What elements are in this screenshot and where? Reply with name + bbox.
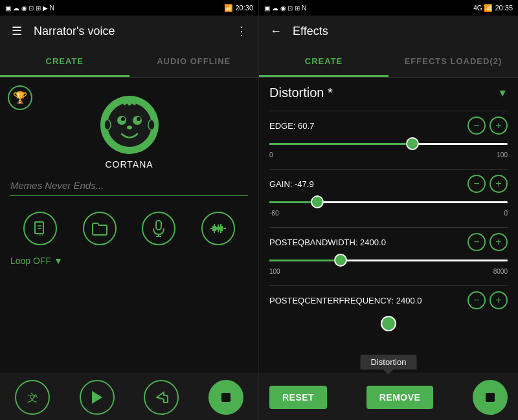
translate-button[interactable]: 文 A: [15, 380, 50, 415]
mic-button[interactable]: [142, 212, 175, 245]
left-panel: ▣ ☁ ◉ ⊡ ⊞ ▶ N 📶 20:30 ☰ Narrator's voice…: [0, 0, 259, 420]
avatar-name: CORTANA: [105, 159, 153, 170]
frequency-label-row: POSTEQCENTERFREQUENCY: 2400.0 − +: [269, 291, 508, 309]
tab-bar-left: CREATE AUDIO OFFLINE: [0, 47, 258, 78]
frequency-controls: − +: [467, 291, 508, 309]
tab-audio-offline[interactable]: AUDIO OFFLINE: [130, 47, 259, 77]
distortion-popup: Distortion: [361, 355, 417, 370]
edge-slider[interactable]: [269, 137, 508, 150]
trophy-button[interactable]: 🏆: [8, 85, 32, 110]
svg-point-4: [137, 117, 141, 121]
bottom-bar-right: Distortion RESET REMOVE: [259, 373, 518, 420]
effect-title: Distortion *: [269, 85, 333, 100]
notification-icons-right: ▣ ☁ ◉ ⊡ ⊞ N: [264, 5, 306, 12]
frequency-plus[interactable]: +: [490, 291, 508, 309]
gain-label-row: GAIN: -47.9 − +: [269, 175, 508, 193]
bandwidth-controls: − +: [467, 233, 508, 251]
translate-icon: 文 A: [24, 389, 41, 406]
back-icon[interactable]: ←: [267, 22, 285, 40]
time-right-container: 4G 📶 20:35: [473, 4, 513, 12]
frequency-slider-row: POSTEQCENTERFREQUENCY: 2400.0 − +: [269, 291, 508, 331]
edge-max: 100: [497, 151, 508, 159]
folder-icon: [91, 221, 108, 236]
svg-point-6: [104, 120, 111, 130]
reset-button[interactable]: RESET: [269, 386, 327, 409]
gain-track: [269, 201, 508, 203]
stop-icon-right: [484, 392, 496, 403]
svg-rect-29: [221, 393, 231, 402]
tab-bar-right: CREATE EFFECTS LOADED(2): [259, 47, 518, 78]
bandwidth-slider[interactable]: [269, 254, 508, 267]
bandwidth-thumb[interactable]: [334, 254, 347, 267]
top-bar-left: ☰ Narrator's voice ⋮: [0, 16, 258, 47]
top-bar-right: ← Effects: [259, 16, 518, 47]
bandwidth-minus[interactable]: −: [467, 233, 486, 251]
edge-label: EDGE: 60.7: [269, 121, 314, 131]
edge-label-row: EDGE: 60.7 − +: [269, 116, 508, 135]
mic-icon: [152, 220, 166, 237]
waveform-button[interactable]: [201, 212, 235, 245]
edge-plus[interactable]: +: [490, 116, 508, 135]
avatar[interactable]: [100, 96, 159, 154]
frequency-label: POSTEQCENTERFREQUENCY: 2400.0: [269, 296, 422, 305]
gain-slider-row: GAIN: -47.9 − + -60 0: [269, 175, 508, 217]
share-button[interactable]: [144, 380, 179, 415]
gain-minus[interactable]: −: [467, 175, 486, 193]
svg-point-7: [148, 120, 155, 130]
svg-marker-28: [92, 391, 102, 404]
folder-button[interactable]: [83, 212, 117, 245]
edge-thumb[interactable]: [406, 137, 419, 150]
time-left: 20:30: [235, 4, 253, 12]
effect-header: Distortion * ▼: [269, 85, 508, 100]
remove-button[interactable]: REMOVE: [366, 386, 434, 409]
trophy-icon: 🏆: [13, 91, 27, 105]
tab-create-right[interactable]: CREATE: [259, 47, 388, 77]
svg-point-8: [128, 102, 131, 105]
effects-title: Effects: [293, 25, 510, 38]
gain-slider[interactable]: [269, 195, 508, 208]
signal-icon-right: 📶: [484, 4, 493, 12]
network-type: 4G: [473, 5, 482, 12]
status-icons-right: ▣ ☁ ◉ ⊡ ⊞ N: [264, 5, 306, 12]
gain-thumb[interactable]: [311, 195, 324, 208]
menu-icon[interactable]: ☰: [8, 22, 26, 40]
text-input[interactable]: [10, 180, 248, 191]
gain-label: GAIN: -47.9: [269, 179, 314, 189]
svg-point-3: [121, 117, 125, 121]
signal-icon: 📶: [224, 4, 233, 12]
waveform-icon: [210, 221, 227, 236]
more-icon[interactable]: ⋮: [232, 22, 251, 40]
bandwidth-plus[interactable]: +: [490, 233, 508, 251]
gain-plus[interactable]: +: [490, 175, 508, 193]
edge-track: [269, 143, 508, 145]
frequency-minus[interactable]: −: [467, 291, 486, 309]
status-bar-left: ▣ ☁ ◉ ⊡ ⊞ ▶ N 📶 20:30: [0, 0, 258, 16]
edge-minus[interactable]: −: [467, 116, 486, 135]
status-bar-right-info: 📶 20:30: [224, 4, 253, 12]
tab-effects-loaded[interactable]: EFFECTS LOADED(2): [388, 47, 518, 77]
divider-3: [269, 227, 508, 228]
loop-toggle[interactable]: Loop OFF ▼: [10, 256, 63, 266]
play-button[interactable]: [80, 380, 115, 415]
time-right: 20:35: [495, 4, 513, 12]
edge-range-labels: 0 100: [269, 151, 508, 159]
dropdown-arrow[interactable]: ▼: [497, 87, 508, 99]
svg-rect-13: [156, 221, 161, 230]
frequency-thumb-partial: [269, 312, 508, 331]
file-txt-button[interactable]: TXT: [23, 212, 57, 245]
right-content: Distortion * ▼ EDGE: 60.7 − + 0 100: [259, 78, 518, 373]
frequency-thumb-icon[interactable]: [381, 316, 396, 331]
avatar-container: CORTANA: [100, 96, 159, 170]
bandwidth-slider-row: POSTEQBANDWIDTH: 2400.0 − + 100 8000: [269, 233, 508, 275]
divider-1: [269, 111, 508, 111]
stop-button-right[interactable]: [473, 380, 508, 415]
play-icon: [91, 390, 104, 404]
action-buttons: TXT: [10, 212, 248, 245]
svg-text:A: A: [34, 393, 38, 399]
text-input-area[interactable]: [10, 180, 248, 196]
svg-text:TXT: TXT: [37, 233, 43, 236]
stop-button-left[interactable]: [208, 380, 243, 415]
distortion-popup-label: Distortion: [371, 357, 407, 367]
tab-create-left[interactable]: CREATE: [0, 47, 130, 77]
gain-range-labels: -60 0: [269, 210, 508, 217]
